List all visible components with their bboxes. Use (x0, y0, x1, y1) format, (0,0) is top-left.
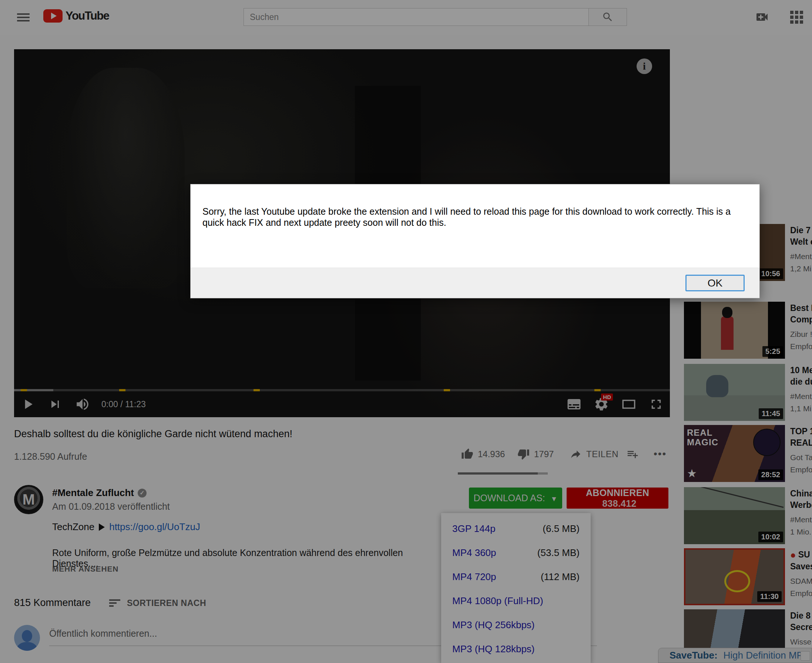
ok-button[interactable]: OK (685, 275, 745, 291)
alert-dialog: Sorry, the last Youtube update broke the… (190, 184, 760, 298)
modal-dim-overlay (0, 0, 812, 663)
youtube-page: YouTube i (0, 0, 812, 663)
dialog-footer: OK (190, 268, 759, 298)
dialog-message: Sorry, the last Youtube update broke the… (202, 206, 746, 228)
